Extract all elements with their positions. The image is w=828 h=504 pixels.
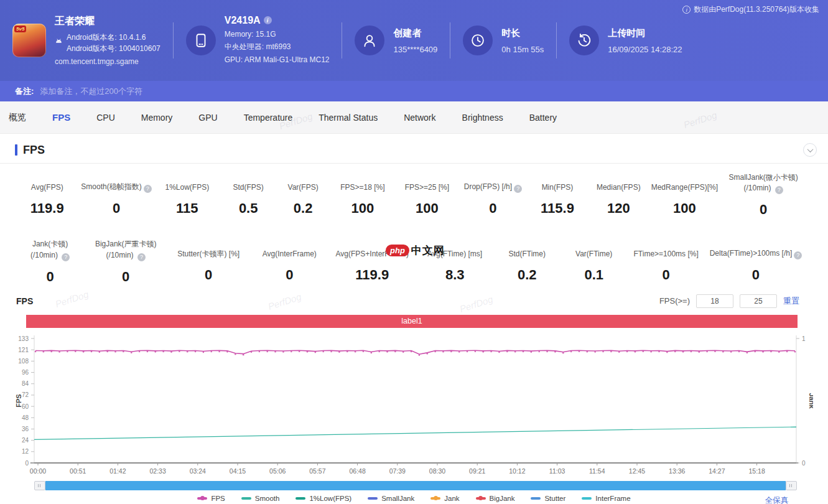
stat-label: Std(FTime) [493, 239, 561, 259]
stat-col: SmallJank(微小卡顿)(/10min) 0 [720, 172, 807, 218]
tab-fps[interactable]: FPS [50, 112, 73, 123]
legend-1%low-fps-[interactable]: 1%Low(FPS) [295, 495, 351, 502]
duration-value: 0h 15m 55s [501, 45, 544, 54]
stat-value: 8.3 [416, 267, 493, 283]
scrollbar-left-handle[interactable] [34, 481, 45, 490]
tab-battery[interactable]: Battery [527, 113, 559, 123]
stat-col: FPS>=18 [%]100 [330, 172, 395, 218]
stat-col: Std(FPS)0.5 [221, 172, 276, 218]
tab-cpu[interactable]: CPU [94, 113, 118, 123]
svg-text:00:00: 00:00 [30, 467, 46, 475]
tab-gpu[interactable]: GPU [196, 113, 220, 123]
note-input[interactable]: 备注: 添加备注，不超过200个字符 [0, 81, 828, 101]
legend-mark-icon [368, 497, 378, 500]
legend-stutter[interactable]: Stutter [531, 495, 565, 502]
app-package: com.tencent.tmgp.sgame [55, 57, 160, 66]
stat-value: 0.1 [561, 267, 628, 283]
reset-link[interactable]: 重置 [783, 296, 799, 307]
stat-label: 1%Low(FPS) [154, 172, 221, 193]
svg-text:12: 12 [22, 448, 29, 455]
tab-network[interactable]: Network [401, 113, 438, 123]
stat-col: Avg(FPS)119.9 [15, 172, 80, 218]
svg-text:24: 24 [22, 437, 29, 444]
help-icon[interactable] [514, 185, 522, 193]
legend-fps[interactable]: FPS [197, 495, 225, 502]
help-icon[interactable] [144, 185, 152, 193]
help-icon[interactable] [794, 251, 802, 259]
help-icon[interactable] [775, 186, 783, 194]
svg-text:0: 0 [25, 459, 29, 466]
legend-bigjank[interactable]: BigJank [476, 495, 515, 502]
scrollbar-track[interactable] [45, 481, 786, 490]
fps-threshold-input-2[interactable] [740, 294, 777, 308]
stat-label: MedRange(FPS)[%] [649, 172, 720, 193]
scrollbar-right-handle[interactable] [786, 481, 797, 490]
php-logo-text: 中文网 [411, 243, 445, 258]
stat-col: Avg(InterFrame)0 [251, 239, 328, 284]
chart-plot[interactable]: 13312110896847260483624120FPS10Jank00:00… [15, 334, 813, 479]
help-icon[interactable] [62, 253, 70, 261]
legend-smalljank[interactable]: SmallJank [368, 495, 414, 502]
stat-value: 0 [80, 200, 154, 217]
legend-mark-icon [197, 497, 207, 500]
tab-temperature[interactable]: Temperature [241, 113, 295, 123]
stat-col: Median(FPS)120 [588, 172, 649, 218]
collect-version-text: 数据由PerfDog(11.3.250764)版本收集 [694, 4, 819, 15]
stat-label: Std(FPS) [221, 172, 276, 193]
stat-value: 0 [85, 269, 166, 285]
tab-brightness[interactable]: Brightness [460, 113, 506, 123]
device-icon [186, 26, 216, 55]
stat-label: SmallJank(微小卡顿)(/10min) [720, 172, 807, 194]
legend-interframe[interactable]: InterFrame [582, 495, 630, 502]
stat-value: 120 [588, 200, 649, 217]
legend-jank[interactable]: Jank [430, 495, 459, 502]
collapse-section-button[interactable] [803, 143, 817, 157]
svg-text:96: 96 [22, 369, 29, 376]
upload-time-icon [569, 26, 599, 55]
stat-label: Smooth(稳帧指数) [80, 172, 154, 193]
upload-section: 上传时间 16/09/2025 14:28:22 [569, 26, 682, 55]
header-divider [173, 22, 174, 58]
tab-memory[interactable]: Memory [139, 113, 175, 123]
section-title-bar [15, 144, 17, 156]
report-header: 数据由PerfDog(11.3.250764)版本收集 5v5 王者荣耀 And… [0, 0, 828, 81]
stat-col: FPS>=25 [%]100 [395, 172, 460, 218]
svg-text:60: 60 [22, 403, 29, 409]
stat-value: 100 [395, 200, 460, 217]
svg-text:04:15: 04:15 [230, 467, 246, 475]
chart-scrollbar[interactable] [34, 481, 797, 490]
creator-value: 135****6409 [393, 45, 437, 54]
svg-text:12:45: 12:45 [629, 467, 645, 475]
stat-col: Smooth(稳帧指数)0 [80, 172, 154, 218]
stat-col: FTime>=100ms [%]0 [627, 239, 704, 284]
help-icon[interactable] [137, 253, 146, 261]
stats-row1: Avg(FPS)119.9Smooth(稳帧指数)01%Low(FPS)115S… [0, 164, 828, 218]
stat-col: Stutter(卡顿率) [%]0 [166, 239, 251, 284]
svg-text:133: 133 [18, 335, 29, 342]
tab-概览[interactable]: 概览 [6, 112, 29, 123]
php-site-watermark: php 中文网 [386, 243, 445, 258]
tab-thermal-status[interactable]: Thermal Status [316, 113, 380, 123]
stat-value: 0 [705, 267, 807, 283]
stat-col: MedRange(FPS)[%]100 [649, 172, 720, 218]
svg-text:05:06: 05:06 [269, 467, 286, 475]
fps-threshold-input-1[interactable] [696, 294, 733, 308]
stat-value: 100 [649, 200, 720, 217]
stat-label: Var(FPS) [276, 172, 330, 193]
fps-threshold-label: FPS(>=) [659, 296, 690, 306]
stat-label: Var(FTime) [561, 239, 628, 259]
app-icon: 5v5 [12, 24, 46, 57]
device-info-icon[interactable] [264, 16, 272, 24]
full-fidelity-link[interactable]: 全保真 [765, 495, 789, 504]
svg-text:07:39: 07:39 [389, 467, 406, 475]
stat-col: Drop(FPS) [/h]0 [459, 172, 527, 218]
legend-smooth[interactable]: Smooth [241, 495, 280, 502]
creator-icon [355, 26, 384, 55]
svg-text:13:36: 13:36 [669, 467, 685, 475]
svg-text:FPS: FPS [15, 394, 22, 407]
svg-text:11:03: 11:03 [549, 467, 565, 475]
chart-legend: FPSSmooth1%Low(FPS)SmallJankJankBigJankS… [15, 495, 813, 502]
device-model: V2419A [225, 15, 261, 26]
legend-mark-icon [295, 497, 305, 500]
chart-title: FPS [16, 296, 33, 306]
